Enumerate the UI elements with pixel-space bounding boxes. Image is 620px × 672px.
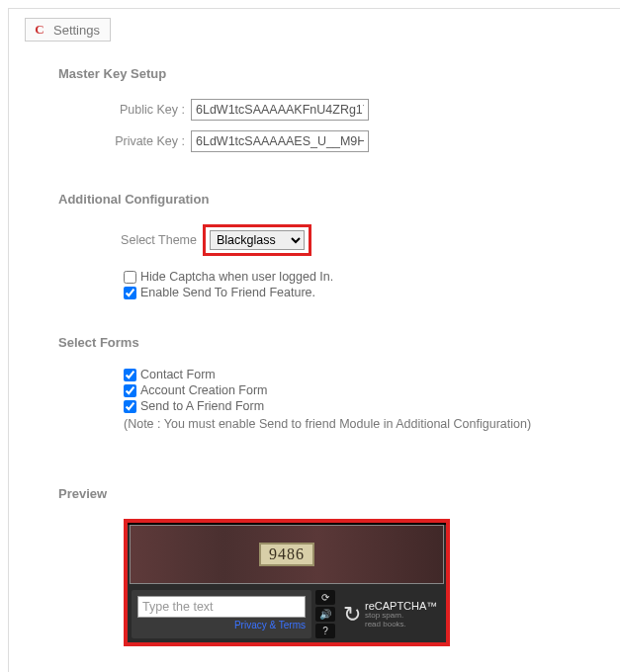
- settings-tab[interactable]: C Settings: [25, 18, 111, 42]
- settings-panel: C Settings Master Key Setup Public Key :…: [8, 8, 620, 672]
- help-icon[interactable]: ?: [315, 624, 335, 638]
- recaptcha-widget: 9486 Privacy & Terms ⟳ 🔊 ?: [128, 525, 446, 642]
- preview-title: Preview: [58, 486, 597, 501]
- public-key-input[interactable]: [191, 99, 369, 121]
- audio-icon[interactable]: 🔊: [315, 607, 335, 622]
- additional-config-title: Additional Configuration: [58, 192, 597, 207]
- theme-select[interactable]: Blackglass: [210, 230, 305, 250]
- select-forms-title: Select Forms: [58, 335, 597, 350]
- recaptcha-spinner-icon: ↻: [343, 602, 361, 628]
- send-friend-label: Enable Send To Friend Feature.: [140, 286, 315, 299]
- public-key-label: Public Key :: [66, 103, 185, 117]
- contact-form-label: Contact Form: [140, 368, 216, 381]
- recaptcha-logo-text: reCAPTCHA™: [365, 600, 437, 612]
- master-key-title: Master Key Setup: [58, 66, 597, 81]
- send-friend-checkbox[interactable]: [124, 287, 136, 299]
- captcha-privacy-link[interactable]: Privacy & Terms: [137, 620, 306, 630]
- settings-content: Master Key Setup Public Key : Private Ke…: [9, 41, 620, 656]
- forms-note: (Note : You must enable Send to friend M…: [124, 417, 597, 431]
- private-key-input[interactable]: [191, 130, 369, 152]
- hide-captcha-label: Hide Captcha when user logged In.: [140, 270, 333, 284]
- private-key-label: Private Key :: [66, 134, 185, 148]
- captcha-challenge-text: 9486: [259, 543, 314, 566]
- friend-form-label: Send to A Friend Form: [140, 399, 264, 413]
- preview-highlight: 9486 Privacy & Terms ⟳ 🔊 ?: [124, 519, 450, 646]
- theme-highlight: Blackglass: [203, 224, 311, 256]
- recaptcha-tagline-2: read books.: [365, 621, 437, 630]
- recaptcha-logo: ↻ reCAPTCHA™ stop spam. read books.: [339, 590, 442, 638]
- captcha-input-area: Privacy & Terms: [132, 590, 311, 638]
- refresh-icon[interactable]: ⟳: [315, 590, 335, 605]
- captcha-image: 9486: [130, 525, 444, 584]
- friend-form-checkbox[interactable]: [124, 400, 136, 413]
- contact-form-checkbox[interactable]: [124, 369, 136, 381]
- settings-tab-icon: C: [32, 22, 47, 38]
- hide-captcha-checkbox[interactable]: [124, 271, 136, 284]
- captcha-text-input[interactable]: [137, 596, 306, 618]
- select-theme-label: Select Theme: [66, 233, 197, 247]
- account-form-checkbox[interactable]: [124, 384, 136, 397]
- settings-tab-label: Settings: [53, 23, 100, 38]
- account-form-label: Account Creation Form: [140, 383, 268, 397]
